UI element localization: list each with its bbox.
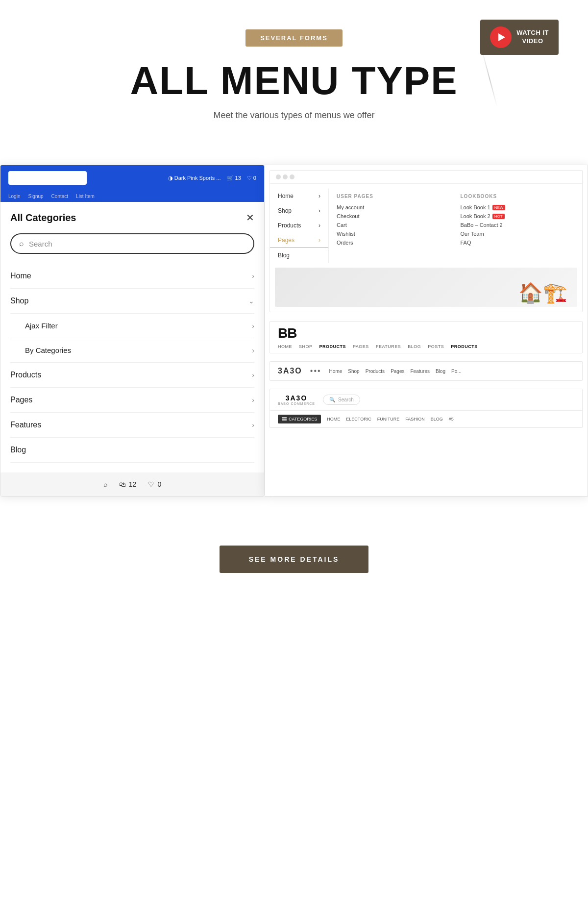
- babo-nav-items: Home Shop Products Pages Features Blog P…: [329, 369, 462, 374]
- list-item-link[interactable]: List Item: [76, 194, 95, 199]
- babo-cat-blog[interactable]: BLOG: [431, 417, 443, 422]
- see-more-button[interactable]: SEE MORE DETAILS: [220, 546, 369, 573]
- babo-cat-more[interactable]: #5: [449, 417, 454, 422]
- menu-item-features-label: Features: [10, 421, 41, 429]
- mega-menu-right-content: USER PAGES My account Checkout Cart Wish…: [329, 189, 582, 263]
- play-icon: [490, 26, 512, 48]
- several-forms-badge: SEVERAL FORMS: [245, 29, 343, 47]
- right-mockup: Home › Shop › Products › Pages ›: [265, 165, 588, 497]
- menu-item-products[interactable]: Products ›: [10, 363, 254, 388]
- login-link[interactable]: Login: [8, 194, 20, 199]
- menu-item-home-label: Home: [10, 272, 31, 280]
- chevron-right-icon: ›: [252, 371, 254, 379]
- bb-nav-features[interactable]: FEATURES: [376, 344, 401, 349]
- babo-navbar: 3A3O ••• Home Shop Products Pages Featur…: [270, 361, 583, 381]
- user-pages-item-3[interactable]: Wishlist: [337, 229, 451, 238]
- sidebar-panel: All Categories ✕ ⌕ Search Home › Shop ⌄ …: [0, 202, 264, 472]
- footer-wishlist-group[interactable]: ♡ 0: [148, 480, 161, 488]
- menu-item-shop[interactable]: Shop ⌄: [10, 289, 254, 314]
- dot-2: [283, 174, 288, 179]
- mockups-container: ◑ Dark Pink Sports ... 🛒 13 ♡ 0 Login Si…: [0, 165, 588, 497]
- menu-item-pages[interactable]: Pages ›: [10, 388, 254, 413]
- user-pages-item-2[interactable]: Cart: [337, 221, 451, 229]
- lookbook-item-0[interactable]: Look Book 1 NEW: [461, 203, 575, 212]
- chevron-icon: ›: [318, 237, 320, 244]
- sidebar-title: All Categories: [10, 212, 76, 224]
- lookbook-item-2[interactable]: BaBo – Contact 2: [461, 221, 575, 229]
- babo-nav-more[interactable]: Po...: [451, 369, 462, 374]
- lookbook-item-4[interactable]: FAQ: [461, 238, 575, 247]
- footer-search-group[interactable]: ⌕: [103, 480, 107, 488]
- search-placeholder: Search: [29, 240, 52, 248]
- babo-search-bar[interactable]: 🔍 Search: [323, 395, 360, 405]
- mega-left-item-shop[interactable]: Shop ›: [270, 203, 328, 218]
- user-pages-item-4[interactable]: Orders: [337, 238, 451, 247]
- left-mockup: ◑ Dark Pink Sports ... 🛒 13 ♡ 0 Login Si…: [0, 165, 265, 497]
- bb-nav-posts[interactable]: POSTS: [428, 344, 444, 349]
- bb-nav-home[interactable]: HOME: [278, 344, 292, 349]
- bb-nav-links: HOME SHOP PRODUCTS PAGES FEATURES BLOG P…: [278, 344, 574, 349]
- category-btn-label: CATEGORIES: [289, 417, 317, 422]
- mega-left-item-pages[interactable]: Pages ›: [270, 233, 328, 248]
- footer-cart-count: 12: [129, 480, 137, 488]
- menu-item-by-categories-label: By Categories: [25, 346, 71, 354]
- mega-left-item-products[interactable]: Products ›: [270, 218, 328, 233]
- babo-nav-shop[interactable]: Shop: [348, 369, 359, 374]
- chevron-right-icon: ›: [252, 322, 254, 330]
- babo-nav-blog[interactable]: Blog: [436, 369, 445, 374]
- lookbook-item-3[interactable]: Our Team: [461, 229, 575, 238]
- bb-nav-pages[interactable]: PAGES: [353, 344, 369, 349]
- bb-nav-shop[interactable]: SHOP: [299, 344, 313, 349]
- babo-cat-furniture[interactable]: FUNITURE: [377, 417, 400, 422]
- house-decoration: 🏠🏗️: [518, 281, 567, 304]
- babo-search-icon: 🔍: [329, 397, 335, 402]
- babo-cat-fashion[interactable]: FASHION: [405, 417, 425, 422]
- mega-left-item-blog[interactable]: Blog: [270, 248, 328, 263]
- mega-left-item-home[interactable]: Home ›: [270, 189, 328, 203]
- contact-link[interactable]: Contact: [51, 194, 68, 199]
- mega-menu-panel: Home › Shop › Products › Pages ›: [270, 170, 583, 312]
- babo-cat-home[interactable]: HOME: [327, 417, 340, 422]
- close-button[interactable]: ✕: [246, 212, 254, 224]
- menu-item-features[interactable]: Features ›: [10, 413, 254, 438]
- top-section: WATCH ITVIDEO SEVERAL FORMS ALL MENU TYP…: [0, 0, 588, 165]
- new-badge: NEW: [492, 205, 506, 210]
- search-box[interactable]: ⌕ Search: [10, 233, 254, 254]
- babo-cat-logo-text: 3A3O: [286, 394, 308, 402]
- menu-item-products-label: Products: [10, 371, 41, 379]
- menu-item-ajax-filter[interactable]: Ajax Filter ›: [10, 314, 254, 338]
- babo-dots: •••: [310, 367, 321, 375]
- sidebar-footer: ⌕ 🛍 12 ♡ 0: [0, 472, 264, 496]
- subtitle: Meet the various types of menus we offer: [10, 110, 578, 121]
- menu-item-home[interactable]: Home ›: [10, 264, 254, 289]
- dot-3: [290, 174, 294, 179]
- babo-cat-electric[interactable]: ELECTORIC: [346, 417, 371, 422]
- user-pages-item-1[interactable]: Checkout: [337, 212, 451, 221]
- bb-nav-products[interactable]: PRODUCTS: [319, 344, 346, 349]
- bb-nav-products-2[interactable]: PRODUCTS: [451, 344, 478, 349]
- menu-item-by-categories[interactable]: By Categories ›: [10, 338, 254, 363]
- play-triangle: [498, 33, 505, 41]
- footer-wishlist-icon: ♡: [148, 480, 154, 488]
- babo-logo: 3A3O: [278, 367, 302, 375]
- chevron-right-icon: ›: [252, 421, 254, 429]
- user-pages-item-0[interactable]: My account: [337, 203, 451, 212]
- menu-item-blog[interactable]: Blog: [10, 438, 254, 463]
- category-button[interactable]: CATEGORIES: [278, 415, 321, 423]
- babo-nav-home[interactable]: Home: [329, 369, 343, 374]
- watch-video-button[interactable]: WATCH ITVIDEO: [480, 20, 559, 55]
- mega-decorative-image: 🏠🏗️: [275, 268, 577, 307]
- babo-cat-navbar: 3A3O BABO COMMERCE 🔍 Search CATEGORIES: [270, 389, 583, 428]
- bb-nav-blog[interactable]: BLOG: [408, 344, 421, 349]
- cart-icon: 🛒 13: [227, 175, 241, 181]
- lookbook-item-1[interactable]: Look Book 2 HOT: [461, 212, 575, 221]
- babo-cat-logo-sub: BABO COMMERCE: [278, 402, 315, 405]
- signup-link[interactable]: Signup: [28, 194, 43, 199]
- sidebar-header: All Categories ✕: [10, 212, 254, 224]
- babo-nav-features[interactable]: Features: [410, 369, 429, 374]
- chevron-right-icon: ›: [252, 272, 254, 280]
- header-nav-links: Login Signup Contact List Item: [0, 191, 264, 202]
- footer-cart-group[interactable]: 🛍 12: [119, 480, 137, 488]
- babo-nav-pages[interactable]: Pages: [391, 369, 404, 374]
- babo-nav-products[interactable]: Products: [366, 369, 385, 374]
